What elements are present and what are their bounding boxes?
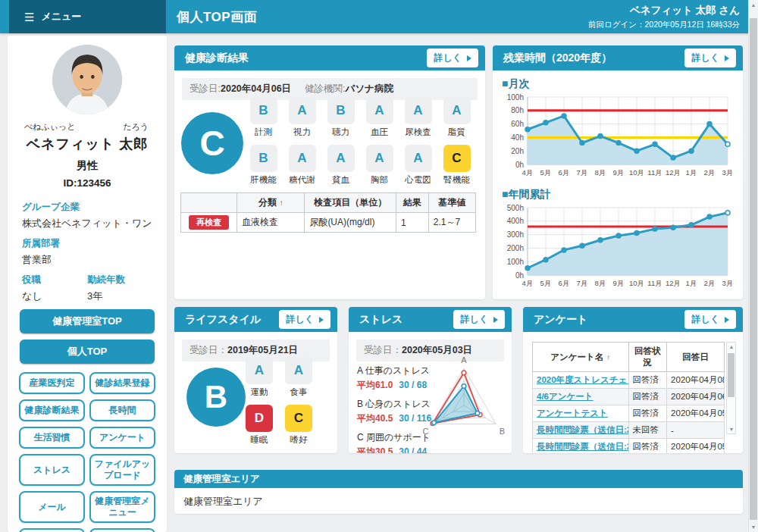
scroll-down-icon[interactable]: ▼ — [749, 524, 758, 530]
overtime-panel: 残業時間（2020年度） 詳しく ■月次 0h20h40h60h80h100h4… — [493, 45, 743, 299]
lifestyle-grade-3: C嗜好 — [279, 405, 318, 446]
survey-detail-button[interactable]: 詳しく — [684, 310, 736, 329]
col-result[interactable]: 結果 — [396, 193, 428, 213]
scroll-up-icon[interactable]: ▲ — [727, 344, 736, 349]
grade-label: 食事 — [279, 386, 318, 398]
health-grade-9: A胸部 — [360, 145, 399, 186]
survey-status: 回答済 — [628, 439, 667, 454]
col-survey-name[interactable]: アンケート名↑ — [533, 343, 629, 372]
lifestyle-detail-button[interactable]: 詳しく — [279, 310, 330, 329]
lifestyle-title: ライフスタイル — [185, 313, 261, 327]
health-grade-6: B肝機能 — [244, 145, 283, 186]
sidebar-button-7[interactable]: ファイルアップロード — [89, 454, 155, 486]
page-scrollbar[interactable]: ▲ ▼ — [748, 0, 758, 532]
svg-text:100h: 100h — [507, 93, 524, 102]
profile-name: ベネフィット 太郎 — [15, 135, 159, 153]
survey-link[interactable]: 長時間問診票（送信日:2020年0... — [537, 425, 628, 434]
col-range[interactable]: 基準値 — [428, 193, 475, 213]
health-grade-7: A糖代謝 — [283, 145, 321, 186]
sidebar-button-2[interactable]: 健康診断結果 — [19, 399, 85, 421]
stress-panel: ストレス 詳しく 受診日：2020年05月03日 A 仕事のストレス平均61.0… — [349, 307, 512, 453]
sidebar-primary-1[interactable]: 個人TOP — [20, 340, 155, 364]
sidebar-button-3[interactable]: 長時間 — [89, 399, 155, 421]
detail-label: 詳しく — [286, 313, 314, 326]
survey-link[interactable]: 4/6アンケート — [537, 392, 594, 401]
sidebar-button-10[interactable]: 保健指導記録 — [19, 528, 85, 532]
office-area-header: 健康管理室エリア — [174, 470, 743, 488]
sidebar-button-5[interactable]: アンケート — [89, 427, 155, 449]
survey-row: 長時間問診票（送信日:2020年0...未回答- — [533, 422, 725, 439]
department-value: 営業部 — [22, 253, 152, 267]
grade-box: A — [366, 97, 393, 124]
col-survey-status[interactable]: 回答状況 — [628, 343, 667, 372]
stress-detail-button[interactable]: 詳しく — [453, 310, 505, 329]
grade-box: C — [285, 405, 312, 432]
sidebar-button-1[interactable]: 健診結果登録 — [89, 372, 155, 394]
stress-title: ストレス — [359, 313, 402, 327]
svg-text:9月: 9月 — [613, 279, 625, 287]
svg-text:40h: 40h — [511, 133, 524, 142]
grade-label: 貧血 — [321, 174, 360, 186]
scroll-up-icon[interactable]: ▲ — [749, 2, 758, 8]
scroll-thumb[interactable] — [728, 353, 735, 397]
survey-date: 2020年04月08日 — [667, 372, 725, 389]
survey-panel: アンケート 詳しく アンケート名↑ 回答状況 回答日 2020年度ストレスチェッ… — [523, 307, 743, 453]
survey-link[interactable]: アンケートテスト — [537, 408, 608, 418]
survey-status: 回答済 — [628, 389, 667, 405]
lifestyle-grades-grid: A運動A食事D睡眠C嗜好 — [240, 357, 318, 446]
table-row: 再検査血液検査尿酸(UA)(mg/dl)12.1～7 — [181, 213, 476, 233]
scroll-down-icon[interactable]: ▼ — [727, 427, 736, 432]
profile-sidebar: べねふぃっと たろう ベネフィット 太郎 男性 ID:123456 グループ企業… — [8, 36, 167, 532]
menu-button[interactable]: ☰ メニュー — [9, 0, 166, 33]
monthly-overtime-chart: 0h20h40h60h80h100h4月5月6月7月8月9月10月11月12月1… — [502, 92, 734, 181]
overtime-detail-button[interactable]: 詳しく — [684, 49, 736, 67]
svg-text:7月: 7月 — [577, 279, 588, 287]
grade-box: A — [289, 145, 316, 172]
health-grade-1: A視力 — [283, 97, 321, 138]
monthly-chart-title: ■月次 — [502, 77, 743, 91]
survey-status: 未回答 — [628, 422, 667, 439]
col-survey-date[interactable]: 回答日 — [667, 343, 725, 372]
svg-text:100h: 100h — [507, 258, 524, 266]
overtime-title: 残業時間（2020年度） — [503, 52, 612, 65]
col-category[interactable]: 分類↑ — [236, 193, 304, 213]
sidebar-primary-0[interactable]: 健康管理室TOP — [20, 309, 155, 333]
grade-label: 脂質 — [437, 127, 476, 138]
col-badge[interactable] — [181, 193, 237, 213]
grade-label: 糖代謝 — [283, 174, 321, 186]
survey-link[interactable]: 長時間問診票（送信日:2020年0... — [537, 442, 628, 451]
stress-avg-value: 平均40.5 — [357, 413, 393, 424]
svg-text:7月: 7月 — [577, 168, 588, 177]
lifestyle-grade-0: A運動 — [240, 357, 279, 398]
svg-text:10月: 10月 — [629, 168, 644, 177]
sidebar-button-0[interactable]: 産業医判定 — [19, 372, 85, 394]
svg-text:C: C — [423, 427, 429, 436]
sidebar-button-8[interactable]: メール — [19, 491, 85, 523]
detail-label: 詳しく — [691, 52, 719, 64]
user-name: ベネフィット 太郎 さん — [588, 4, 740, 17]
sidebar-button-6[interactable]: ストレス — [19, 454, 85, 486]
sidebar-button-9[interactable]: 健康管理室メニュー — [89, 491, 155, 523]
col-item[interactable]: 検査項目（単位） — [305, 193, 396, 213]
health-check-panel: 健康診断結果 詳しく 受診日:2020年04月06日健診機関:パソナ病院 C B… — [174, 45, 485, 299]
sidebar-button-11[interactable]: 職場復帰プラン — [89, 528, 155, 532]
survey-date: 2020年04月05日 — [667, 439, 725, 454]
sidebar-button-4[interactable]: 生活習慣 — [19, 427, 85, 449]
survey-link[interactable]: 2020年度ストレスチェック — [537, 375, 628, 384]
grade-box: A — [443, 97, 471, 124]
visit-date-label: 受診日： — [190, 345, 227, 355]
grade-box: B — [250, 97, 277, 124]
page-title: 個人TOP画面 — [177, 0, 257, 33]
survey-table-scrollbar[interactable]: ▲ ▼ — [726, 342, 736, 434]
org-value: パソナ病院 — [346, 83, 393, 94]
grade-label: 血圧 — [360, 127, 399, 138]
svg-text:60h: 60h — [511, 120, 524, 128]
svg-text:9月: 9月 — [613, 168, 625, 177]
svg-text:11月: 11月 — [647, 168, 662, 177]
grade-label: 聴力 — [321, 127, 360, 138]
svg-text:10月: 10月 — [629, 279, 644, 287]
svg-text:4月: 4月 — [522, 168, 534, 177]
scroll-thumb[interactable] — [750, 18, 757, 520]
profile-gender: 男性 — [15, 159, 159, 173]
health-check-detail-button[interactable]: 詳しく — [427, 49, 478, 67]
